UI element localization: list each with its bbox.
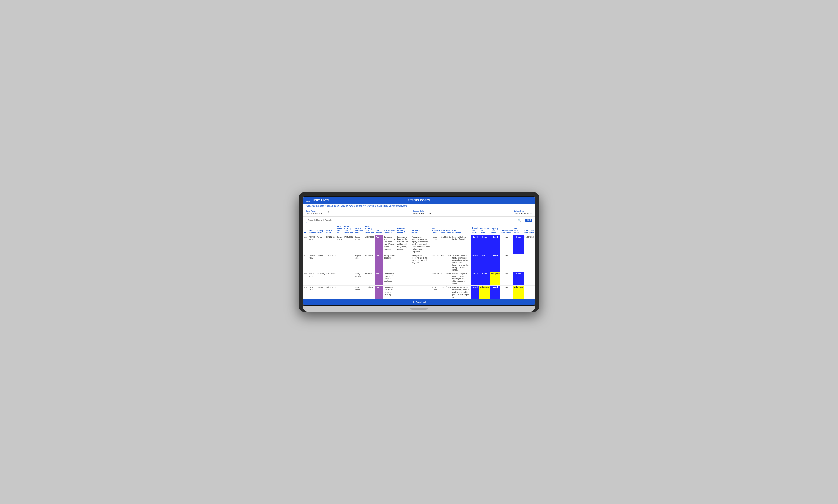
earliest-date-group: Earliest Date 26 October 2019 bbox=[413, 210, 431, 215]
date-range-value: Last 48 months bbox=[306, 212, 322, 215]
th-date-of-death[interactable]: Date ofDeath bbox=[326, 224, 336, 235]
date-range-label: Date Range bbox=[306, 210, 322, 212]
date-range-bar: Date Range Last 48 months ↺ Earliest Dat… bbox=[303, 208, 535, 217]
latest-date-label: Latest Date bbox=[514, 210, 532, 212]
th-me1a-date[interactable]: ME-1AScrutinyDateCompleted bbox=[343, 224, 354, 235]
th-perioperative-score[interactable]: PerioperativeCare Score bbox=[500, 224, 514, 235]
earliest-date-label: Earliest Date bbox=[413, 210, 431, 212]
table-row[interactable]: 156264 099 7465Soane01/05/2020Brigette L… bbox=[303, 253, 535, 272]
th-sjr-merited[interactable]: SJR Merited bbox=[375, 224, 383, 235]
th-sjr-reasons[interactable]: SJR MeritedReasons bbox=[383, 224, 397, 235]
search-bar: 🔍 165 bbox=[303, 217, 535, 224]
th-family-name[interactable]: FamilyName bbox=[317, 224, 326, 235]
score-cell: Adequate bbox=[479, 286, 490, 299]
download-icon: ⬇ bbox=[412, 301, 415, 304]
score-cell: Adequate bbox=[490, 272, 500, 285]
th-me-notes[interactable]: ME Notesfor SJR bbox=[411, 224, 431, 235]
app-footer[interactable]: ⬇ Download bbox=[303, 299, 535, 305]
menu-button[interactable]: Menu bbox=[306, 198, 310, 202]
search-input-wrapper: 🔍 bbox=[306, 218, 524, 223]
latest-date-value: 26 October 2023 bbox=[514, 212, 532, 215]
score-cell: n/a bbox=[500, 235, 514, 253]
refresh-icon[interactable]: ↺ bbox=[327, 211, 329, 214]
score-cell: Good bbox=[479, 235, 490, 253]
latest-date-group: Latest Date 26 October 2023 bbox=[514, 210, 532, 215]
menu-label: Menu bbox=[306, 200, 310, 202]
table-wrapper[interactable]: NHSNumber FamilyName Date ofDeath MEO Na… bbox=[303, 224, 535, 299]
score-cell: Good bbox=[490, 235, 500, 253]
score-cell: Good bbox=[471, 253, 479, 272]
th-sjr-reviewer[interactable]: SJRReviewerName bbox=[431, 224, 441, 235]
search-count: 165 bbox=[525, 219, 532, 222]
house-doctor-label: House Doctor bbox=[313, 199, 329, 202]
th-ongoing-score[interactable]: OngoingCare Score bbox=[490, 224, 500, 235]
th-medical-examiner[interactable]: MedicalExaminerName bbox=[354, 224, 364, 235]
score-cell: Good bbox=[471, 272, 479, 285]
score-cell: Good bbox=[471, 286, 479, 299]
th-eol-score[interactable]: EOLCare Score bbox=[514, 224, 524, 235]
instruction-text: Please select date of patient death. Cli… bbox=[306, 205, 407, 207]
th-me1b-date[interactable]: ME-1BScrutinyDateCompleted bbox=[364, 224, 375, 235]
laptop-notch bbox=[410, 308, 428, 310]
th-sjr-date[interactable]: SJR DateCompleted bbox=[441, 224, 452, 235]
score-cell: n/a bbox=[500, 286, 514, 299]
search-icon: 🔍 bbox=[518, 219, 521, 222]
th-admission-score[interactable]: AdmissionCare Score bbox=[479, 224, 490, 235]
score-cell: Good bbox=[514, 235, 524, 253]
page-title: Status Board bbox=[408, 198, 430, 202]
th-indicator bbox=[303, 224, 308, 235]
th-meo-name[interactable]: MEO NameME-1A bbox=[336, 224, 343, 235]
menu-icon bbox=[306, 198, 310, 200]
score-cell: Good bbox=[490, 286, 500, 299]
score-cell: Good bbox=[471, 235, 479, 253]
table-row[interactable]: 158451 013 5312Turner10/05/2020Janey Spo… bbox=[303, 286, 535, 299]
score-cell: n/a bbox=[500, 272, 514, 285]
search-input[interactable] bbox=[308, 219, 518, 222]
earliest-date-value: 26 October 2019 bbox=[413, 212, 431, 215]
table-row[interactable]: 157364 417 8215Shockley07/05/2020Jeffrey… bbox=[303, 272, 535, 285]
table-row[interactable]: 155789 783 6671Wren06/12/2020Sarah Smith… bbox=[303, 235, 535, 253]
score-cell bbox=[514, 253, 524, 272]
score-cell: Good bbox=[514, 272, 524, 285]
score-cell: Good bbox=[479, 253, 490, 272]
app-header: Menu House Doctor Status Board bbox=[303, 197, 535, 204]
th-key-learnings[interactable]: KeyLearnings bbox=[452, 224, 471, 235]
th-overall-score[interactable]: OverallCare Score ↓ bbox=[471, 224, 479, 235]
score-cell: Good bbox=[490, 253, 500, 272]
score-cell: Good bbox=[479, 272, 490, 285]
table-header-row: NHSNumber FamilyName Date ofDeath MEO Na… bbox=[303, 224, 535, 235]
th-potential-learning[interactable]: PotentialLearningIdentified bbox=[396, 224, 411, 235]
download-label: Download bbox=[416, 301, 426, 304]
score-cell: n/a bbox=[500, 253, 514, 272]
dot-indicator bbox=[304, 232, 306, 233]
th-nhs-number[interactable]: NHSNumber bbox=[308, 224, 317, 235]
date-range-group: Date Range Last 48 months bbox=[306, 210, 322, 215]
score-cell: Adequate bbox=[514, 286, 524, 299]
status-table: NHSNumber FamilyName Date ofDeath MEO Na… bbox=[303, 224, 535, 299]
instruction-bar: Please select date of patient death. Cli… bbox=[303, 204, 535, 208]
th-sjr2-date[interactable]: SJR2 DateCompleted bbox=[524, 224, 535, 235]
